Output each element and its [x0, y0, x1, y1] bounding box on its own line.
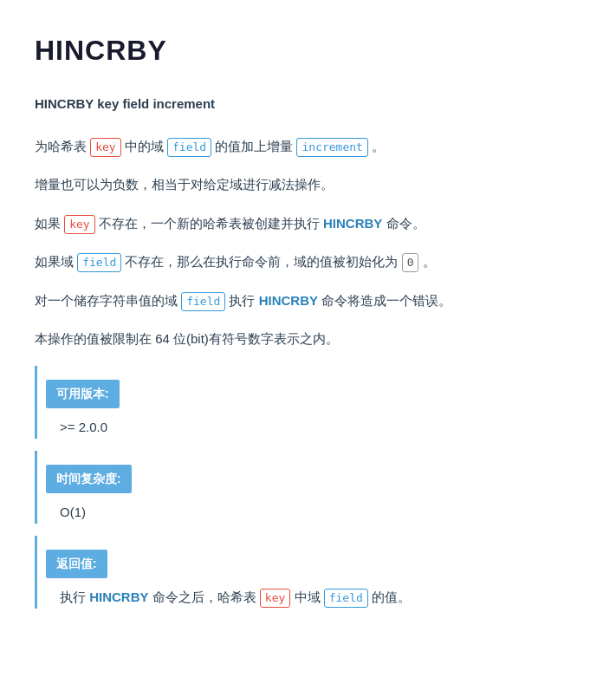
return-value-label: 返回值: [46, 550, 107, 578]
field-badge-2: field [77, 253, 121, 272]
return-value-content: 执行 HINCRBY 命令之后，哈希表 key 中域 field 的值。 [46, 585, 581, 609]
key-badge-3: key [260, 589, 290, 608]
field-badge-4: field [324, 589, 368, 608]
paragraph-5: 对一个储存字符串值的域 field 执行 HINCRBY 命令将造成一个错误。 [35, 289, 581, 314]
paragraph-2: 增量也可以为负数，相当于对给定域进行减法操作。 [35, 173, 581, 198]
paragraph-6: 本操作的值被限制在 64 位(bit)有符号数字表示之内。 [35, 327, 581, 352]
available-version-section: 可用版本: >= 2.0.0 [35, 366, 581, 439]
available-version-value: >= 2.0.0 [46, 415, 581, 439]
time-complexity-section: 时间复杂度: O(1) [35, 451, 581, 524]
hincrby-link-1[interactable]: HINCRBY [323, 216, 382, 231]
time-complexity-value: O(1) [46, 500, 581, 524]
zero-badge: 0 [402, 253, 419, 272]
page-title: HINCRBY [35, 26, 581, 76]
hincrby-link-2[interactable]: HINCRBY [259, 293, 318, 308]
paragraph-1: 为哈希表 key 中的域 field 的值加上增量 increment 。 [35, 134, 581, 160]
field-badge-1: field [167, 138, 211, 157]
increment-badge: increment [296, 138, 367, 157]
hincrby-link-3[interactable]: HINCRBY [89, 590, 148, 604]
key-badge-2: key [64, 215, 94, 234]
subtitle: HINCRBY key field increment [35, 92, 581, 115]
available-version-label: 可用版本: [46, 380, 120, 408]
paragraph-3: 如果 key 不存在，一个新的哈希表被创建并执行 HINCRBY 命令。 [35, 212, 581, 237]
paragraph-4: 如果域 field 不存在，那么在执行命令前，域的值被初始化为 0 。 [35, 250, 581, 275]
return-value-section: 返回值: 执行 HINCRBY 命令之后，哈希表 key 中域 field 的值… [35, 536, 581, 609]
key-badge-1: key [90, 138, 120, 157]
field-badge-3: field [181, 292, 225, 311]
time-complexity-label: 时间复杂度: [46, 465, 132, 493]
